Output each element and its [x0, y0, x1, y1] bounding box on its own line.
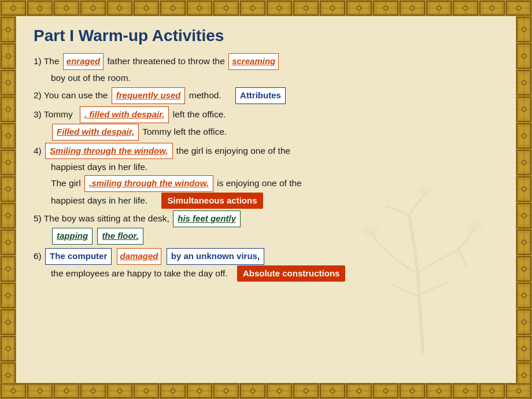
item-6-text: the employees are happy to take the day … — [51, 268, 228, 278]
item-3-rewrite: Filled with despair, Tommy left the offi… — [34, 124, 498, 141]
item-2: 2) You can use the frequently used metho… — [34, 87, 498, 104]
item-1-number: 1) The — [34, 56, 62, 66]
item-5-highlight-feet: his feet gently — [173, 210, 241, 227]
item-4-text2: happiest days in her life. — [51, 162, 147, 172]
item-1-highlight-screaming: screaming — [228, 53, 279, 70]
item-2-badge-attributes: Attributes — [235, 87, 286, 104]
item-6-highlight-computer: The computer — [45, 248, 112, 265]
item-1-cont: boy out of the room. — [34, 71, 498, 86]
item-2-text1: 2) You can use the — [34, 90, 110, 100]
item-3-text1: 3) Tommy — [34, 109, 73, 119]
item-1-text-mid: father threatened to throw the — [108, 56, 228, 66]
main-content: Part I Warm-up Activities 1) The enraged… — [16, 16, 516, 383]
item-3-highlight-despair: , filled with despair, — [80, 106, 169, 123]
item-4-rewrite-highlight: ,smiling through the window, — [84, 175, 213, 192]
item-6: 6) The computer damaged by an unknown vi… — [34, 248, 498, 265]
svg-rect-16 — [516, 16, 532, 383]
item-2-text2: method. — [189, 90, 221, 100]
border-top — [0, 0, 532, 16]
item-3-rewrite-text: Tommy left the office. — [142, 127, 227, 136]
svg-rect-20 — [0, 383, 532, 399]
item-3: 3) Tommy , filled with despair, left the… — [34, 106, 498, 123]
item-4-cont: happiest days in her life. — [34, 160, 498, 175]
item-3-text2: left the office. — [173, 109, 226, 119]
item-4-rewrite-text3: happiest days in her life. — [51, 195, 147, 205]
item-6-cont: the employees are happy to take the day … — [34, 265, 498, 282]
item-6-number: 6) — [34, 251, 44, 261]
item-5-highlight-floor: the floor. — [97, 228, 143, 245]
item-4-badge-simultaneous: Simultaneous actions — [161, 193, 263, 209]
item-6-highlight-virus: by an unknown virus, — [167, 248, 264, 265]
item-4-number: 4) — [34, 146, 44, 156]
border-right — [516, 16, 532, 383]
item-4-rewrite-text2: is enjoying one of the — [217, 178, 302, 188]
content-area: 1) The enraged father threatened to thro… — [34, 53, 498, 282]
page-title: Part I Warm-up Activities — [34, 27, 498, 45]
item-6-highlight-damaged: damaged — [117, 248, 162, 265]
item-1: 1) The enraged father threatened to thro… — [34, 53, 498, 70]
item-4-rewrite: The girl ,smiling through the window, is… — [34, 175, 498, 192]
item-1-text-end: boy out of the room. — [51, 73, 131, 83]
svg-rect-7 — [0, 0, 532, 16]
item-1-highlight-enraged: enraged — [63, 53, 104, 70]
border-left — [0, 16, 16, 383]
svg-rect-15 — [0, 16, 16, 383]
item-4: 4) Smiling through the window, the girl … — [34, 143, 498, 160]
item-5-cont: tapping the floor. — [34, 228, 498, 245]
item-5-text1: 5) The boy was sitting at the desk, — [34, 213, 172, 223]
item-3-rewrite-highlight: Filled with despair, — [52, 124, 139, 141]
item-4-highlight-smiling: Smiling through the window, — [45, 143, 172, 160]
item-4-rewrite-cont: happiest days in her life. Simultaneous … — [34, 193, 498, 209]
item-2-highlight-frequently: frequently used — [112, 87, 186, 104]
item-4-text: the girl is enjoying one of the — [176, 146, 290, 156]
item-5: 5) The boy was sitting at the desk, his … — [34, 210, 498, 227]
border-bottom — [0, 383, 532, 399]
item-4-rewrite-text1: The girl — [51, 178, 83, 188]
item-6-badge-absolute: Absolute constructions — [237, 265, 346, 282]
item-5-highlight-tapping: tapping — [52, 228, 93, 245]
